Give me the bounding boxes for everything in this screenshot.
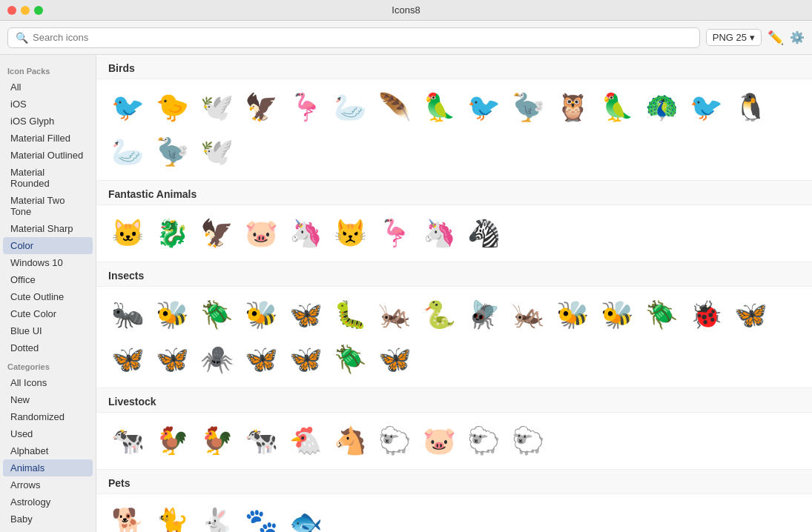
window-controls[interactable] [7, 6, 43, 15]
icon-item[interactable]: 🐦 [685, 87, 727, 128]
sidebar-item-material-outlined[interactable]: Material Outlined [3, 147, 93, 164]
icon-item[interactable]: 🐜 [107, 294, 148, 336]
section-header-fantastic-animals: Fantastic Animals [96, 180, 812, 205]
icon-item[interactable]: 🦜 [596, 87, 638, 128]
icon-item[interactable]: 🐑 [507, 420, 549, 462]
search-input[interactable] [33, 32, 692, 43]
icon-item[interactable]: 🦉 [552, 87, 593, 128]
icon-item[interactable]: 🐇 [196, 502, 237, 532]
icon-item[interactable]: 🦋 [285, 339, 326, 380]
icon-item[interactable]: 🦩 [374, 213, 415, 254]
sidebar-item-windows10[interactable]: Windows 10 [3, 254, 93, 271]
icon-item[interactable]: 🐛 [329, 294, 371, 336]
sidebar-item-all[interactable]: All [3, 79, 93, 96]
sidebar-item-arrows[interactable]: Arrows [3, 476, 93, 493]
sidebar-item-office[interactable]: Office [3, 271, 93, 288]
icon-item[interactable]: 🐾 [240, 502, 282, 532]
sidebar-item-material-filled[interactable]: Material Filled [3, 130, 93, 147]
icon-item[interactable]: 🐱 [107, 213, 148, 254]
icon-item[interactable]: 🦗 [507, 294, 549, 336]
sidebar-item-alphabet[interactable]: Alphabet [3, 442, 93, 459]
icon-item[interactable]: 🐷 [418, 420, 460, 462]
minimize-button[interactable] [21, 6, 30, 15]
sidebar-item-all-icons[interactable]: All Icons [3, 374, 93, 391]
icon-item[interactable]: 🦩 [285, 87, 326, 128]
icon-item[interactable]: 🦄 [285, 213, 326, 254]
icon-item[interactable]: 🦢 [107, 131, 148, 173]
icon-item[interactable]: 🪲 [196, 294, 237, 336]
icon-item[interactable]: 🦤 [151, 131, 193, 173]
icon-item[interactable]: 🐷 [240, 213, 282, 254]
icon-item[interactable]: 🐦 [463, 87, 504, 128]
sidebar-item-baby[interactable]: Baby [3, 511, 93, 528]
icon-item[interactable]: 🐈 [151, 502, 193, 532]
icon-item[interactable]: 🕊️ [196, 131, 237, 173]
icon-item[interactable]: 🐟 [285, 502, 326, 532]
sidebar-item-ios-glyph[interactable]: iOS Glyph [3, 113, 93, 130]
edit-icon[interactable]: ✏️ [768, 30, 784, 46]
icon-item[interactable]: 🐴 [329, 420, 371, 462]
sidebar-item-cute-color[interactable]: Cute Color [3, 305, 93, 322]
icon-item[interactable]: 🕷️ [196, 339, 237, 380]
icon-item[interactable]: 🦅 [196, 213, 237, 254]
sidebar-item-ios[interactable]: iOS [3, 96, 93, 113]
sidebar-item-animals[interactable]: Animals [3, 459, 93, 476]
icon-item[interactable]: 🦋 [374, 339, 415, 380]
icon-item[interactable]: 🦋 [285, 294, 326, 336]
sidebar-item-color[interactable]: Color [3, 237, 93, 254]
icon-item[interactable]: 🪲 [641, 294, 682, 336]
png-size-selector[interactable]: PNG 25 ▾ [706, 29, 762, 46]
icon-item[interactable]: 🐝 [552, 294, 593, 336]
icon-item[interactable]: 🪰 [463, 294, 504, 336]
icon-item[interactable]: 🐕 [107, 502, 148, 532]
icon-item[interactable]: 🐓 [151, 420, 193, 462]
sidebar-item-astrology[interactable]: Astrology [3, 493, 93, 511]
icon-item[interactable]: 🐍 [418, 294, 460, 336]
icon-item[interactable]: 🐝 [240, 294, 282, 336]
icon-item[interactable]: 🐉 [151, 213, 193, 254]
sidebar-item-cute-outline[interactable]: Cute Outline [3, 288, 93, 305]
icon-item[interactable]: 🦋 [107, 339, 148, 380]
icon-item[interactable]: 🦋 [151, 339, 193, 380]
icon-item[interactable]: 🪲 [329, 339, 371, 380]
icon-item[interactable]: 🐦 [107, 87, 148, 128]
icon-item[interactable]: 🦋 [240, 339, 282, 380]
icon-item[interactable]: 🦢 [329, 87, 371, 128]
icon-item[interactable]: 😾 [329, 213, 371, 254]
icon-item[interactable]: 🐞 [685, 294, 727, 336]
sidebar-item-randomized[interactable]: Randomized [3, 408, 93, 425]
icon-item[interactable]: 🦤 [507, 87, 549, 128]
sidebar-item-material-sharp[interactable]: Material Sharp [3, 220, 93, 237]
sidebar-section-categories: Categories [0, 356, 96, 374]
icon-item[interactable]: 🐔 [285, 420, 326, 462]
sidebar-item-new[interactable]: New [3, 391, 93, 408]
close-button[interactable] [7, 6, 16, 15]
icon-item[interactable]: 🐑 [463, 420, 504, 462]
icon-item[interactable]: 🐝 [596, 294, 638, 336]
icon-item[interactable]: 🐧 [730, 87, 771, 128]
icon-item[interactable]: 🦅 [240, 87, 282, 128]
icon-item[interactable]: 🐑 [374, 420, 415, 462]
icon-item[interactable]: 🐄 [107, 420, 148, 462]
icon-item[interactable]: 🐄 [240, 420, 282, 462]
icon-item[interactable]: 🕊️ [196, 87, 237, 128]
icon-item[interactable]: 🐤 [151, 87, 193, 128]
icon-item[interactable]: 🦋 [730, 294, 771, 336]
sidebar-item-blue-ui[interactable]: Blue UI [3, 322, 93, 339]
icon-item[interactable]: 🪶 [374, 87, 415, 128]
sidebar-item-material-two-tone[interactable]: Material Two Tone [3, 192, 93, 220]
sidebar-item-used[interactable]: Used [3, 425, 93, 442]
icon-item[interactable]: 🦗 [374, 294, 415, 336]
icon-item[interactable]: 🐓 [196, 420, 237, 462]
icon-item[interactable]: 🦚 [641, 87, 682, 128]
icon-item[interactable]: 🦄 [418, 213, 460, 254]
sidebar-item-material-rounded[interactable]: Material Rounded [3, 164, 93, 192]
icon-item[interactable]: 🐝 [151, 294, 193, 336]
icon-item[interactable]: 🦜 [418, 87, 460, 128]
search-box[interactable]: 🔍 [7, 27, 700, 48]
icon-item[interactable]: 🦓 [463, 213, 504, 254]
sidebar-item-dotted[interactable]: Dotted [3, 339, 93, 356]
sidebar-item-beauty[interactable]: Beauty [3, 528, 93, 532]
settings-icon[interactable]: ⚙️ [790, 30, 805, 44]
maximize-button[interactable] [34, 6, 43, 15]
